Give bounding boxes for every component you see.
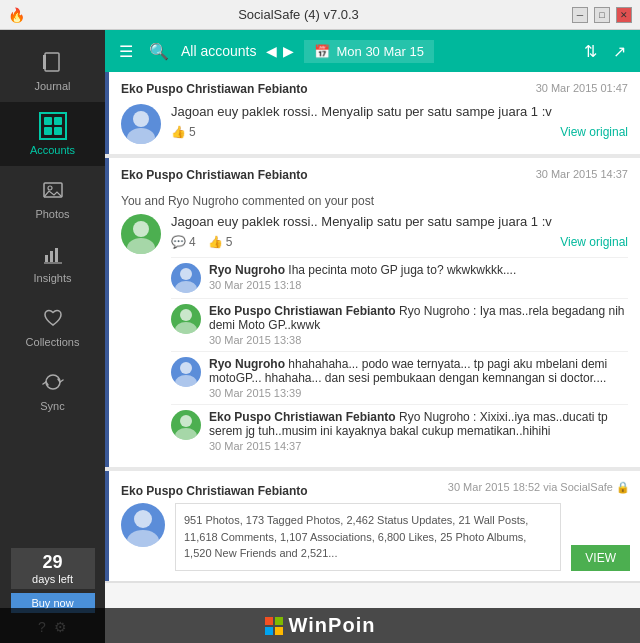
thumbs-up-icon: 👍 <box>171 125 186 139</box>
date-picker[interactable]: 📅 Mon 30 Mar 15 <box>304 40 433 63</box>
photos-icon <box>39 176 67 204</box>
export-button[interactable]: ↗ <box>609 40 630 63</box>
feed-wrapper: Eko Puspo Christiawan Febianto 30 Mar 20… <box>105 72 640 643</box>
thread-text: Eko Puspo Christiawan Febianto Ryo Nugro… <box>209 410 628 438</box>
thumbs-up-icon: 👍 <box>208 235 223 249</box>
view-original-link[interactable]: View original <box>560 125 628 139</box>
accounts-icon <box>39 112 67 140</box>
status-meta: 30 Mar 2015 18:52 via SocialSafe 🔒 <box>448 481 630 499</box>
search-button[interactable]: 🔍 <box>145 40 173 63</box>
windows-logo-icon <box>265 617 283 635</box>
commenter-name: Ryo Nugroho <box>209 263 285 277</box>
close-button[interactable]: ✕ <box>616 7 632 23</box>
winpoin-logo: WinPoin <box>265 614 376 637</box>
post-time: 30 Mar 2015 14:37 <box>536 168 628 180</box>
status-header: Eko Puspo Christiawan Febianto 30 Mar 20… <box>121 481 630 499</box>
commenter-avatar <box>171 410 201 440</box>
comment-count: 4 <box>189 235 196 249</box>
status-author-block: Eko Puspo Christiawan Febianto <box>121 481 308 499</box>
commenter-name: Eko Puspo Christiawan Febianto <box>209 304 396 318</box>
svg-rect-3 <box>54 117 62 125</box>
status-info-text: 951 Photos, 173 Tagged Photos, 2,462 Sta… <box>184 514 528 559</box>
accounts-label: Accounts <box>30 144 75 156</box>
nav-arrows: ◀ ▶ <box>264 43 296 59</box>
svg-point-14 <box>133 221 149 237</box>
thread-time: 30 Mar 2015 13:18 <box>209 279 628 291</box>
thread-text: Eko Puspo Christiawan Febianto Ryo Nugro… <box>209 304 628 332</box>
post-text: Jagoan euy paklek rossi.. Menyalip satu … <box>171 104 628 144</box>
thread: Ryo Nugroho Iha pecinta moto GP juga to?… <box>171 257 628 457</box>
sidebar-item-accounts[interactable]: Accounts <box>0 102 105 166</box>
main-text: Jagoan euy paklek rossi.. Menyalip satu … <box>171 214 628 229</box>
thread-comment: Ryo Nugroho Iha pecinta moto GP juga to?… <box>171 257 628 298</box>
svg-point-19 <box>175 322 197 334</box>
sidebar-item-journal[interactable]: Journal <box>0 38 105 102</box>
svg-point-12 <box>133 111 149 127</box>
status-post: Eko Puspo Christiawan Febianto 30 Mar 20… <box>105 471 640 583</box>
days-left-number: 29 <box>19 552 87 573</box>
journal-icon <box>39 48 67 76</box>
post-actions: 👍 5 View original <box>171 125 628 139</box>
sort-button[interactable]: ⇅ <box>580 40 601 63</box>
post-item: Eko Puspo Christiawan Febianto 30 Mar 20… <box>105 72 640 158</box>
svg-point-7 <box>48 186 52 190</box>
svg-point-16 <box>180 268 192 280</box>
thread-content: Ryo Nugroho hhahahaha... podo wae ternya… <box>209 357 628 399</box>
sidebar-item-photos[interactable]: Photos <box>0 166 105 230</box>
post-header: Eko Puspo Christiawan Febianto 30 Mar 20… <box>121 82 628 96</box>
next-button[interactable]: ▶ <box>281 43 296 59</box>
status-body: 951 Photos, 173 Tagged Photos, 2,462 Sta… <box>121 503 630 571</box>
sidebar-item-collections[interactable]: Collections <box>0 294 105 358</box>
post-text: Jagoan euy paklek rossi.. Menyalip satu … <box>171 214 628 457</box>
prev-button[interactable]: ◀ <box>264 43 279 59</box>
commenter-avatar <box>171 357 201 387</box>
fb-stripe <box>105 158 109 467</box>
sidebar-item-insights[interactable]: Insights <box>0 230 105 294</box>
like-action[interactable]: 👍 5 <box>208 235 233 249</box>
svg-point-24 <box>134 510 152 528</box>
comment-action[interactable]: 💬 4 <box>171 235 196 249</box>
notification-banner: You and Ryo Nugroho commented on your po… <box>121 190 628 214</box>
commenter-name: Ryo Nugroho <box>209 357 285 371</box>
svg-rect-0 <box>45 53 59 71</box>
svg-rect-5 <box>54 127 62 135</box>
svg-point-22 <box>180 415 192 427</box>
thread-text: Ryo Nugroho Iha pecinta moto GP juga to?… <box>209 263 628 277</box>
svg-point-21 <box>175 375 197 387</box>
avatar <box>121 503 165 547</box>
main-text: Jagoan euy paklek rossi.. Menyalip satu … <box>171 104 628 119</box>
selected-date: Mon 30 Mar 15 <box>336 44 423 59</box>
svg-point-20 <box>180 362 192 374</box>
top-bar: ☰ 🔍 All accounts ◀ ▶ 📅 Mon 30 Mar 15 ⇅ ↗ <box>105 30 640 72</box>
view-original-link[interactable]: View original <box>560 235 628 249</box>
like-count: 5 <box>226 235 233 249</box>
like-action[interactable]: 👍 5 <box>171 125 196 139</box>
thread-time: 30 Mar 2015 13:38 <box>209 334 628 346</box>
commenter-avatar <box>171 304 201 334</box>
minimize-button[interactable]: ─ <box>572 7 588 23</box>
calendar-icon: 📅 <box>314 44 330 59</box>
svg-point-23 <box>175 428 197 440</box>
thread-content: Eko Puspo Christiawan Febianto Ryo Nugro… <box>209 304 628 346</box>
thread-comment: Eko Puspo Christiawan Febianto Ryo Nugro… <box>171 404 628 457</box>
thread-time: 30 Mar 2015 14:37 <box>209 440 628 452</box>
comment-icon: 💬 <box>171 235 186 249</box>
top-bar-right: ⇅ ↗ <box>580 40 630 63</box>
post-body: Jagoan euy paklek rossi.. Menyalip satu … <box>121 214 628 457</box>
photos-label: Photos <box>35 208 69 220</box>
days-left-label: days left <box>19 573 87 585</box>
view-button[interactable]: VIEW <box>571 545 630 571</box>
sidebar-item-sync[interactable]: Sync <box>0 358 105 422</box>
fb-stripe <box>105 72 109 154</box>
svg-point-18 <box>180 309 192 321</box>
collections-label: Collections <box>26 336 80 348</box>
days-left-box: 29 days left <box>11 548 95 589</box>
socialsafe-icon: 🔒 <box>616 481 630 493</box>
status-author: Eko Puspo Christiawan Febianto <box>121 484 308 498</box>
post-author: Eko Puspo Christiawan Febianto <box>121 168 308 182</box>
maximize-button[interactable]: □ <box>594 7 610 23</box>
svg-point-25 <box>127 530 159 547</box>
app-body: Journal Accounts Photos <box>0 30 640 643</box>
menu-button[interactable]: ☰ <box>115 40 137 63</box>
svg-point-13 <box>127 128 155 144</box>
